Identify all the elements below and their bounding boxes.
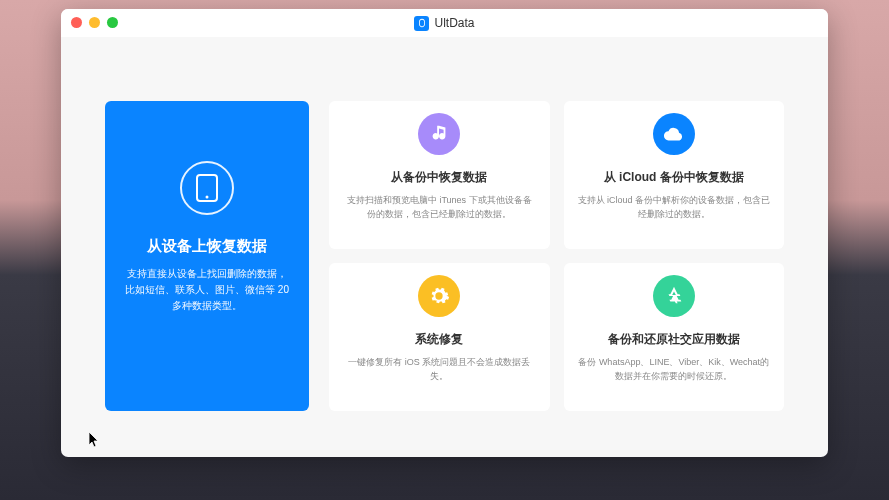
appstore-icon: [653, 275, 695, 317]
card-description: 支持扫描和预览电脑中 iTunes 下或其他设备备份的数据，包含已经删除过的数据…: [343, 194, 536, 221]
music-icon: [418, 113, 460, 155]
tablet-icon: [180, 161, 234, 215]
svg-point-1: [206, 196, 209, 199]
titlebar: UltData: [61, 9, 828, 37]
card-description: 支持从 iCloud 备份中解析你的设备数据，包含已经删除过的数据。: [578, 194, 771, 221]
card-title: 备份和还原社交应用数据: [608, 331, 740, 348]
recover-from-device-card[interactable]: 从设备上恢复数据 支持直接从设备上找回删除的数据，比如短信、联系人、图片、微信等…: [105, 101, 309, 411]
card-title: 从 iCloud 备份中恢复数据: [604, 169, 744, 186]
app-logo-icon: [414, 16, 429, 31]
system-repair-card[interactable]: 系统修复 一键修复所有 iOS 系统问题且不会造成数据丢失。: [329, 263, 550, 411]
content-area: 从设备上恢复数据 支持直接从设备上找回删除的数据，比如短信、联系人、图片、微信等…: [61, 37, 828, 457]
main-card-title: 从设备上恢复数据: [147, 237, 267, 256]
card-description: 备份 WhatsApp、LINE、Viber、Kik、Wechat的数据并在你需…: [578, 356, 771, 383]
card-description: 一键修复所有 iOS 系统问题且不会造成数据丢失。: [343, 356, 536, 383]
options-grid: 从备份中恢复数据 支持扫描和预览电脑中 iTunes 下或其他设备备份的数据，包…: [329, 101, 784, 411]
backup-social-apps-card[interactable]: 备份和还原社交应用数据 备份 WhatsApp、LINE、Viber、Kik、W…: [564, 263, 785, 411]
maximize-button[interactable]: [107, 17, 118, 28]
cursor-icon: [89, 432, 101, 448]
minimize-button[interactable]: [89, 17, 100, 28]
app-title: UltData: [414, 16, 474, 31]
main-card-description: 支持直接从设备上找回删除的数据，比如短信、联系人、图片、微信等 20 多种数据类…: [123, 266, 291, 314]
recover-from-backup-card[interactable]: 从备份中恢复数据 支持扫描和预览电脑中 iTunes 下或其他设备备份的数据，包…: [329, 101, 550, 249]
cloud-icon: [653, 113, 695, 155]
app-name: UltData: [434, 16, 474, 30]
gear-icon: [418, 275, 460, 317]
recover-from-icloud-card[interactable]: 从 iCloud 备份中恢复数据 支持从 iCloud 备份中解析你的设备数据，…: [564, 101, 785, 249]
card-title: 从备份中恢复数据: [391, 169, 487, 186]
close-button[interactable]: [71, 17, 82, 28]
card-title: 系统修复: [415, 331, 463, 348]
app-window: UltData 从设备上恢复数据 支持直接从设备上找回删除的数据，比如短信、联系…: [61, 9, 828, 457]
window-controls: [71, 17, 118, 28]
